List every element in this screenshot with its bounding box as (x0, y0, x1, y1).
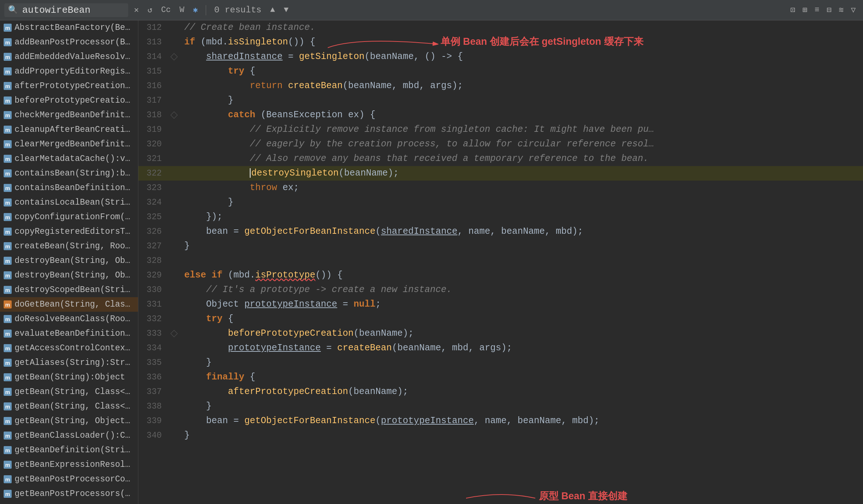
code-content: beforePrototypeCreation(beanName); (181, 326, 863, 341)
gutter (168, 151, 181, 166)
code-line-319: 319 // Explicitly remove instance from s… (138, 122, 863, 137)
code-line-338: 338 } (138, 399, 863, 414)
method-icon: m (4, 417, 12, 425)
list-item[interactable]: m destroyBean(String, Object):void (0, 253, 138, 268)
close-search-button[interactable]: ✕ (131, 4, 142, 16)
list-item[interactable]: m getBean(String, Object...):Object (0, 414, 138, 428)
collapse-icon[interactable]: ⊟ (824, 4, 834, 16)
list-item[interactable]: m getBeanPostProcessors():List<BeanPostP… (0, 487, 138, 501)
code-line-326: 326 bean = getObjectForBeanInstance(shar… (138, 224, 863, 239)
list-item[interactable]: m addBeanPostProcessor(BeanPostProcessor… (0, 35, 138, 50)
code-editor[interactable]: 单例 Bean 创建后会在 getSingleton 缓存下来 312 // C… (138, 20, 863, 504)
filter-icon[interactable]: ▽ (848, 4, 859, 16)
results-count: 0 results (214, 5, 261, 15)
list-item[interactable]: m copyRegisteredEditorsTo(PropertyEditor… (0, 224, 138, 239)
code-line-318: 318 catch (BeansException ex) { (138, 108, 863, 122)
method-name: doResolveBeanClass(RootBeanDefinition, C… (15, 314, 134, 324)
method-name: addEmbeddedValueResolver(StringValueReso… (15, 52, 134, 62)
method-name: checkMergedBeanDefinition(RootBeanDefini… (15, 110, 134, 120)
list-item[interactable]: m containsBeanDefinition(String):boolean (0, 181, 138, 195)
gutter (168, 428, 181, 443)
search-input[interactable] (22, 5, 102, 16)
list-item[interactable]: m getAliases(String):String[] (0, 355, 138, 370)
list-item[interactable]: m destroyBean(String, Object, RootBeanDe… (0, 268, 138, 283)
list-item[interactable]: m beforePrototypeCreation(String):void (0, 93, 138, 108)
code-line-324: 324 } (138, 195, 863, 210)
list-item[interactable]: m addEmbeddedValueResolver(StringValueRe… (0, 50, 138, 64)
line-number: 338 (138, 399, 168, 414)
list-item[interactable]: m getBeanClassLoader():ClassLoader (0, 428, 138, 443)
list-item[interactable]: m getConversionService():ConversionServi… (0, 501, 138, 504)
expand-icon[interactable]: ⊞ (800, 4, 810, 16)
method-name: copyRegisteredEditorsTo(PropertyEditorRe… (15, 227, 134, 236)
method-icon: m (4, 67, 12, 75)
regex-button[interactable]: ✱ (190, 4, 201, 16)
list-item[interactable]: m clearMetadataCache():void (0, 151, 138, 166)
line-number: 332 (138, 312, 168, 326)
code-content (181, 253, 863, 268)
list-item[interactable]: m getAccessControlContext():AccessContro… (0, 341, 138, 355)
case-sensitive-button[interactable]: Cc (158, 4, 174, 16)
sort-icon[interactable]: ≋ (836, 4, 847, 16)
next-result-button[interactable]: ▼ (281, 4, 291, 16)
match-case-icon[interactable]: ⊡ (788, 4, 798, 16)
method-icon: m (4, 490, 12, 498)
list-item[interactable]: m getBean(String, Class<T>):T (0, 385, 138, 399)
gutter (168, 20, 181, 35)
refresh-button[interactable]: ↺ (145, 4, 155, 16)
code-line-328: 328 (138, 253, 863, 268)
list-item[interactable]: m containsLocalBean(String):boolean (0, 195, 138, 210)
list-item-highlighted[interactable]: m doGetBean(String, Class<T>, Object[], … (0, 297, 138, 312)
code-content: } (181, 428, 863, 443)
list-item[interactable]: m getBeanDefinition(String):BeanDefiniti… (0, 443, 138, 457)
code-content: } (181, 355, 863, 370)
method-icon: m (4, 111, 12, 119)
code-content: // Also remove any beans that received a… (181, 151, 863, 166)
line-number: 320 (138, 137, 168, 151)
method-icon: m (4, 82, 12, 90)
code-line-322: 322 destroySingleton(beanName); (138, 166, 863, 181)
search-box[interactable]: 🔍 (4, 3, 128, 17)
method-icon: m (4, 126, 12, 134)
list-item[interactable]: m doResolveBeanClass(RootBeanDefinition,… (0, 312, 138, 326)
list-item[interactable]: m getBeanPostProcessorCount():int (0, 472, 138, 487)
list-item[interactable]: m destroyScopedBean(String):void (0, 283, 138, 297)
method-name: evaluateBeanDefinitionString(String, Bea… (15, 329, 134, 338)
code-line-312: 312 // Create bean instance. (138, 20, 863, 35)
line-number: 336 (138, 370, 168, 385)
list-item[interactable]: m evaluateBeanDefinitionString(String, B… (0, 326, 138, 341)
gutter (168, 297, 181, 312)
word-button[interactable]: W (177, 4, 187, 16)
list-item[interactable]: m checkMergedBeanDefinition(RootBeanDefi… (0, 108, 138, 122)
code-line-331: 331 Object prototypeInstance = null; (138, 297, 863, 312)
code-line-320: 320 // eagerly by the creation process, … (138, 137, 863, 151)
list-item[interactable]: m getBean(String, Class<T>, Object...):T (0, 399, 138, 414)
code-line-333: 333 beforePrototypeCreation(beanName); (138, 326, 863, 341)
method-icon: m (4, 155, 12, 163)
method-icon: m (4, 228, 12, 236)
list-item[interactable]: m copyConfigurationFrom(ConfigurableBean… (0, 210, 138, 224)
list-item[interactable]: m getBeanExpressionResolver():BeanExpres… (0, 457, 138, 472)
method-icon: m (4, 286, 12, 294)
line-number: 330 (138, 283, 168, 297)
method-icon: m (4, 330, 12, 338)
list-item[interactable]: m containsBean(String):boolean (0, 166, 138, 181)
indent-icon[interactable]: ≡ (812, 4, 822, 16)
list-item[interactable]: m clearMergedBeanDefinition(String):void (0, 137, 138, 151)
method-icon: m (4, 446, 12, 454)
method-icon: m (4, 257, 12, 265)
line-number: 334 (138, 341, 168, 355)
method-name: getBeanPostProcessors():List<BeanPostPro… (15, 489, 134, 499)
method-name: containsLocalBean(String):boolean (15, 198, 134, 207)
line-number: 312 (138, 20, 168, 35)
list-item[interactable]: m createBean(String, RootBeanDefinition,… (0, 239, 138, 253)
list-item[interactable]: m cleanupAfterBeanCreationFailure(String… (0, 122, 138, 137)
list-item[interactable]: m afterPrototypeCreation(String):void (0, 79, 138, 93)
list-item[interactable]: m getBean(String):Object (0, 370, 138, 385)
list-item[interactable]: m AbstractBeanFactory(BeanFactory) (0, 20, 138, 35)
code-content: // Explicitly remove instance from singl… (181, 122, 863, 137)
prev-result-button[interactable]: ▲ (267, 4, 278, 16)
line-number: 324 (138, 195, 168, 210)
code-line-337: 337 afterPrototypeCreation(beanName); (138, 385, 863, 399)
list-item[interactable]: m addPropertyEditorRegistrar(PropertyEdi… (0, 64, 138, 79)
